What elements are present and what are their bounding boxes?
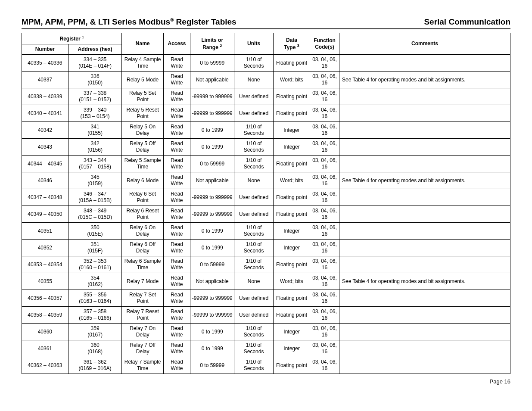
table-cell: 1/10 of Seconds (234, 122, 274, 139)
table-row: 40342341(0155)Relay 5 On DelayRead Write… (22, 122, 510, 139)
table-cell: 0 to 1999 (190, 122, 234, 139)
table-cell: Relay 6 Set Point (122, 189, 163, 206)
table-row: 40351350(015E)Relay 6 On DelayRead Write… (22, 223, 510, 240)
table-cell: 1/10 of Seconds (234, 357, 274, 374)
table-cell: Relay 7 Mode (122, 273, 163, 290)
table-cell (339, 290, 510, 307)
table-cell (339, 88, 510, 105)
table-row: 40335 – 40336334 – 335(014E – 014F)Relay… (22, 55, 510, 72)
table-cell: 0 to 59999 (190, 256, 234, 273)
table-cell: Read Write (163, 139, 190, 156)
table-row: 40355354(0162)Relay 7 ModeRead WriteNot … (22, 273, 510, 290)
table-row: 40361360(0168)Relay 7 Off DelayRead Writ… (22, 340, 510, 357)
table-cell: 40349 – 40350 (22, 206, 68, 223)
table-cell: -99999 to 999999 (190, 88, 234, 105)
table-cell: Read Write (163, 72, 190, 88)
table-cell: 352 – 353(0160 – 0161) (68, 256, 122, 273)
table-cell (339, 256, 510, 273)
table-cell: Integer (273, 324, 310, 340)
table-cell: Read Write (163, 105, 190, 122)
table-cell: See Table 4 for operating modes and bit … (339, 172, 510, 189)
table-cell: 03, 04, 06, 16 (310, 105, 339, 122)
table-cell: Relay 5 Reset Point (122, 105, 163, 122)
table-head: Register 1 Name Access Limits or Range 2… (22, 33, 510, 55)
table-cell: 40343 (22, 139, 68, 156)
table-cell: 336(0150) (68, 72, 122, 88)
table-cell: Read Write (163, 290, 190, 307)
table-cell: 1/10 of Seconds (234, 156, 274, 172)
title-prefix: MPM, APM, PPM, & LTI Series Modbus (22, 17, 170, 26)
table-cell: Relay 4 Sample Time (122, 55, 163, 72)
table-cell: 40340 – 40341 (22, 105, 68, 122)
table-cell: Integer (273, 122, 310, 139)
table-cell: 0 to 59999 (190, 357, 234, 374)
table-cell: Read Write (163, 256, 190, 273)
table-cell: 1/10 of Seconds (234, 240, 274, 256)
table-cell: None (234, 72, 274, 88)
table-cell: User defined (234, 105, 274, 122)
table-cell: 1/10 of Seconds (234, 256, 274, 273)
col-name: Name (122, 33, 163, 55)
table-cell: Word; bits (273, 172, 310, 189)
table-cell (339, 156, 510, 172)
table-cell: Read Write (163, 240, 190, 256)
table-cell: 346 – 347(015A – 015B) (68, 189, 122, 206)
table-cell: 342(0156) (68, 139, 122, 156)
table-cell: Integer (273, 240, 310, 256)
table-cell: 03, 04, 06, 16 (310, 256, 339, 273)
table-cell: Relay 6 Sample Time (122, 256, 163, 273)
table-cell: User defined (234, 290, 274, 307)
table-cell: Floating point (273, 105, 310, 122)
table-cell: Floating point (273, 307, 310, 324)
table-cell: 0 to 59999 (190, 55, 234, 72)
table-cell: Relay 5 Off Delay (122, 139, 163, 156)
col-register-group: Register 1 (22, 33, 122, 44)
table-cell (339, 139, 510, 156)
page-title-left: MPM, APM, PPM, & LTI Series Modbus® Regi… (22, 17, 236, 27)
table-cell (339, 240, 510, 256)
table-cell: 03, 04, 06, 16 (310, 290, 339, 307)
table-cell: 40352 (22, 240, 68, 256)
table-cell: 03, 04, 06, 16 (310, 307, 339, 324)
table-row: 40362 – 40363361 – 362(0169 – 016A)Relay… (22, 357, 510, 374)
table-cell (339, 189, 510, 206)
table-cell: 40351 (22, 223, 68, 240)
table-cell: 0 to 1999 (190, 324, 234, 340)
table-row: 40347 – 40348346 – 347(015A – 015B)Relay… (22, 189, 510, 206)
table-cell: 334 – 335(014E – 014F) (68, 55, 122, 72)
table-cell: Read Write (163, 324, 190, 340)
table-row: 40343342(0156)Relay 5 Off DelayRead Writ… (22, 139, 510, 156)
table-cell: 345(0159) (68, 172, 122, 189)
table-cell: -99999 to 999999 (190, 105, 234, 122)
table-cell: 40360 (22, 324, 68, 340)
col-units: Units (234, 33, 274, 55)
table-cell: Not applicable (190, 273, 234, 290)
table-cell: Read Write (163, 273, 190, 290)
table-cell: 354(0162) (68, 273, 122, 290)
table-cell: 40346 (22, 172, 68, 189)
table-cell: Relay 6 Reset Point (122, 206, 163, 223)
table-cell: Floating point (273, 189, 310, 206)
table-cell: Relay 6 Mode (122, 172, 163, 189)
table-row: 40338 – 40339337 – 338(0151 – 0152)Relay… (22, 88, 510, 105)
table-cell: 1/10 of Seconds (234, 324, 274, 340)
table-row: 40344 – 40345343 – 344(0157 – 0158)Relay… (22, 156, 510, 172)
table-cell: 357 – 358(0165 – 0166) (68, 307, 122, 324)
table-cell: Not applicable (190, 172, 234, 189)
table-cell: Relay 7 Off Delay (122, 340, 163, 357)
table-row: 40353 – 40354352 – 353(0160 – 0161)Relay… (22, 256, 510, 273)
col-limits: Limits or Range 2 (190, 33, 234, 55)
table-cell: 355 – 356(0163 – 0164) (68, 290, 122, 307)
table-cell: User defined (234, 88, 274, 105)
table-cell: Relay 6 On Delay (122, 223, 163, 240)
table-row: 40360359(0167)Relay 7 On DelayRead Write… (22, 324, 510, 340)
table-cell: 03, 04, 06, 16 (310, 357, 339, 374)
table-body: 40335 – 40336334 – 335(014E – 014F)Relay… (22, 55, 510, 374)
table-cell: 360(0168) (68, 340, 122, 357)
table-cell (339, 357, 510, 374)
table-cell: Read Write (163, 223, 190, 240)
table-cell: Floating point (273, 55, 310, 72)
table-cell: 339 – 340(153 – 0154) (68, 105, 122, 122)
table-cell: 03, 04, 06, 16 (310, 172, 339, 189)
table-row: 40346345(0159)Relay 6 ModeRead WriteNot … (22, 172, 510, 189)
